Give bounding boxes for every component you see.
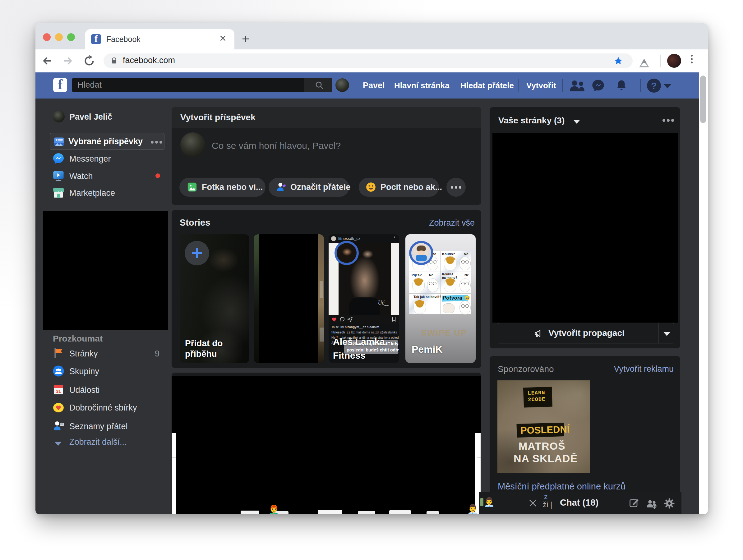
svg-text:31: 31 — [56, 389, 61, 394]
